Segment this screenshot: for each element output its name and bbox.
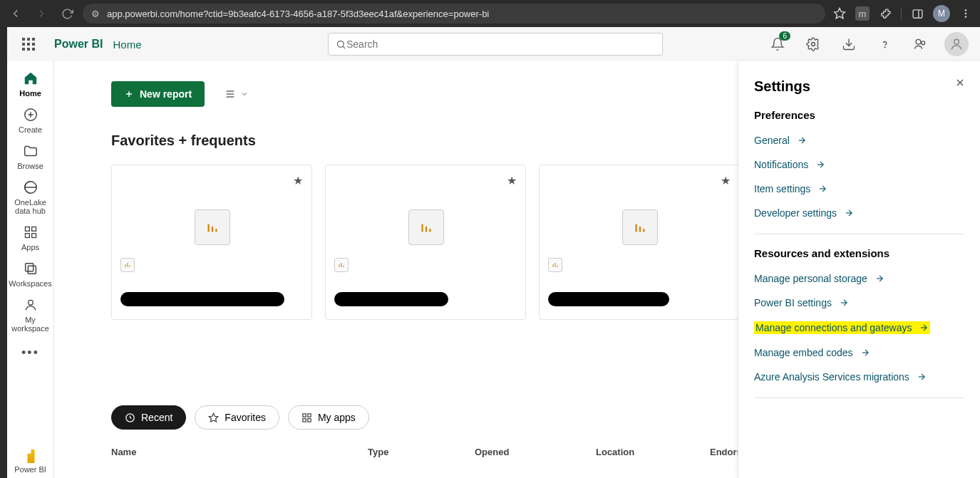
link-azure-migrations[interactable]: Azure Analysis Services migrations <box>754 365 964 389</box>
svg-point-4 <box>965 13 967 15</box>
chrome-profile-avatar[interactable]: M <box>933 5 950 22</box>
back-button[interactable] <box>6 4 26 24</box>
nav-label: Create <box>19 125 42 134</box>
nav-my-workspace[interactable]: My workspace <box>7 292 54 337</box>
nav-apps[interactable]: Apps <box>7 219 54 256</box>
arrow-right-icon <box>815 160 825 170</box>
nav-label: OneLake data hub <box>7 198 54 215</box>
folder-icon <box>22 142 39 160</box>
close-panel-button[interactable] <box>954 77 966 91</box>
workspaces-icon <box>22 260 39 277</box>
settings-gear-button[interactable] <box>802 33 825 56</box>
arrow-right-icon <box>875 274 884 284</box>
link-connections-gateways[interactable]: Manage connections and gateways <box>754 315 964 341</box>
svg-rect-52 <box>303 418 306 421</box>
link-item-settings[interactable]: Item settings <box>754 177 964 201</box>
favorite-star-icon[interactable]: ★ <box>507 174 517 187</box>
chrome-menu-icon[interactable] <box>957 5 974 22</box>
col-opened[interactable]: Opened <box>475 447 596 457</box>
nav-label: Browse <box>17 162 43 170</box>
pill-my-apps[interactable]: My apps <box>288 405 369 430</box>
nav-label: Workspaces <box>9 279 51 288</box>
forward-button[interactable] <box>31 4 51 24</box>
svg-rect-50 <box>303 413 306 416</box>
search-input[interactable] <box>346 38 655 50</box>
arrow-right-icon <box>797 135 807 145</box>
report-card[interactable]: ★ <box>325 165 526 320</box>
nav-powerbi-switcher[interactable]: Power BI <box>7 442 54 478</box>
nav-label: Power BI <box>14 465 46 474</box>
site-info-icon[interactable]: ⚙ <box>91 9 100 19</box>
link-powerbi-settings[interactable]: Power BI settings <box>754 291 964 315</box>
svg-point-13 <box>954 39 959 44</box>
brand-title: Power BI <box>54 38 103 51</box>
link-notifications[interactable]: Notifications <box>754 152 964 177</box>
notifications-button[interactable]: 6 <box>766 33 789 56</box>
user-avatar[interactable] <box>944 32 969 56</box>
svg-point-3 <box>965 9 967 11</box>
app-launcher-button[interactable] <box>16 31 41 57</box>
report-type-icon <box>334 258 349 272</box>
report-thumb-icon <box>408 209 444 245</box>
person-icon <box>22 296 39 313</box>
svg-rect-23 <box>28 266 36 274</box>
settings-panel: Settings Preferences General Notificatio… <box>738 61 980 478</box>
window-gutter <box>0 27 7 478</box>
clock-icon <box>125 412 135 423</box>
address-bar[interactable]: ⚙ app.powerbi.com/home?ctid=9b3eafc4-617… <box>83 4 825 24</box>
report-card[interactable]: ★ <box>539 165 740 320</box>
app-header: Power BI Home 6 <box>7 27 980 61</box>
svg-marker-0 <box>835 9 845 19</box>
svg-point-5 <box>965 16 967 18</box>
link-personal-storage[interactable]: Manage personal storage <box>754 266 964 291</box>
nav-more[interactable]: ••• <box>21 337 39 369</box>
bookmark-star-icon[interactable] <box>831 5 848 22</box>
nav-create[interactable]: Create <box>7 102 54 138</box>
nav-onelake[interactable]: OneLake data hub <box>7 175 54 219</box>
svg-marker-49 <box>210 413 219 422</box>
link-developer-settings[interactable]: Developer settings <box>754 201 964 225</box>
svg-rect-22 <box>25 264 33 271</box>
panel-divider <box>754 398 964 398</box>
col-location[interactable]: Location <box>596 447 710 457</box>
apps-icon <box>22 224 39 241</box>
col-name[interactable]: Name <box>111 447 368 457</box>
pill-favorites[interactable]: Favorites <box>195 405 279 430</box>
nav-workspaces[interactable]: Workspaces <box>7 256 54 292</box>
favorite-star-icon[interactable]: ★ <box>293 174 303 187</box>
resources-heading: Resources and extensions <box>754 247 964 259</box>
svg-line-7 <box>343 46 345 48</box>
search-box[interactable] <box>328 33 663 56</box>
extension-m-icon[interactable]: m <box>855 6 870 21</box>
breadcrumb[interactable]: Home <box>113 38 141 51</box>
divider <box>901 7 902 20</box>
svg-rect-21 <box>31 234 36 238</box>
svg-point-11 <box>916 39 921 44</box>
nav-browse[interactable]: Browse <box>7 138 54 175</box>
favorite-star-icon[interactable]: ★ <box>721 174 731 187</box>
new-report-button[interactable]: New report <box>111 81 205 107</box>
reload-button[interactable] <box>57 4 77 24</box>
svg-point-6 <box>338 41 344 47</box>
link-embed-codes[interactable]: Manage embed codes <box>754 341 964 365</box>
download-button[interactable] <box>837 33 860 56</box>
preferences-heading: Preferences <box>754 109 964 121</box>
help-button[interactable] <box>873 33 896 56</box>
layout-toggle[interactable] <box>225 88 249 100</box>
browser-toolbar: ⚙ app.powerbi.com/home?ctid=9b3eafc4-617… <box>0 0 980 27</box>
chevron-down-icon <box>240 90 249 98</box>
side-panel-icon[interactable] <box>909 5 926 22</box>
url-text: app.powerbi.com/home?ctid=9b3eafc4-6173-… <box>107 9 489 19</box>
report-card[interactable]: ★ <box>111 165 312 320</box>
pill-label: Recent <box>141 412 172 423</box>
redacted-title <box>120 292 284 306</box>
link-general[interactable]: General <box>754 128 964 152</box>
feedback-button[interactable] <box>909 33 932 56</box>
svg-point-8 <box>812 43 815 46</box>
col-type[interactable]: Type <box>368 447 475 457</box>
extensions-icon[interactable] <box>877 5 894 22</box>
arrow-right-icon <box>817 184 827 194</box>
svg-rect-1 <box>913 9 922 17</box>
pill-recent[interactable]: Recent <box>111 405 186 430</box>
nav-home[interactable]: Home <box>7 66 54 102</box>
